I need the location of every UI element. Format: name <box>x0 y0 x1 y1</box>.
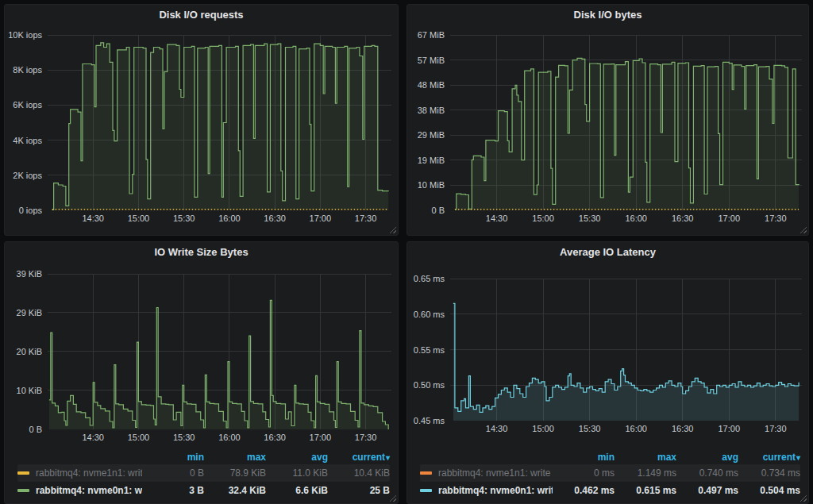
panel-average-io-latency: Average IO Latency 0.45 ms0.50 ms0.55 ms… <box>406 241 809 504</box>
y-axis-tick-label: 29 KiB <box>17 308 42 317</box>
y-axis-tick-label: 29 MiB <box>418 130 445 140</box>
chart-area: 0 iops2K iops4K iops6K iops8K iops10K io… <box>5 24 398 226</box>
series-name[interactable]: rabbitmq4: nvme1n1: write <box>36 467 142 479</box>
x-axis-tick-label: 17:30 <box>765 214 787 223</box>
x-axis-tick-label: 14:30 <box>486 424 508 433</box>
x-axis-tick-label: 16:30 <box>672 424 694 433</box>
legend-sort-max[interactable]: max <box>204 452 266 463</box>
x-axis-tick-label: 15:30 <box>579 214 601 223</box>
legend-sort-current[interactable]: current▾ <box>328 452 390 463</box>
y-axis-tick-label: 57 MiB <box>418 56 445 65</box>
legend-max-value: 0.615 ms <box>615 485 676 496</box>
y-axis-tick-label: 0 B <box>29 425 42 434</box>
panel-title-average-io-latency[interactable]: Average IO Latency <box>407 242 808 261</box>
legend-sort-current-label: current <box>353 452 385 463</box>
series-color-swatch[interactable] <box>17 471 29 475</box>
legend-sort-current[interactable]: current▾ <box>738 452 800 463</box>
x-axis-tick-label: 15:00 <box>128 433 150 442</box>
plot-disk-io-requests[interactable] <box>48 35 391 210</box>
plot-average-io-latency[interactable] <box>450 279 802 421</box>
panel-resize-handle[interactable] <box>389 226 396 233</box>
legend-header: min max avg current▾ <box>420 449 800 464</box>
y-axis-tick-label: 2K iops <box>13 171 42 180</box>
legend-current-value: 25 B <box>328 485 390 496</box>
x-axis-tick-label: 15:00 <box>532 424 554 433</box>
y-axis-tick-label: 0.45 ms <box>414 416 445 425</box>
y-axis-io-write-size-bytes: 0 B10 KiB20 KiB29 KiB39 KiB <box>6 274 48 429</box>
dashboard-grid: Disk I/O requests 0 iops2K iops4K iops6K… <box>0 0 813 504</box>
legend-sort-max[interactable]: max <box>615 452 676 463</box>
panel-resize-handle[interactable] <box>800 494 807 502</box>
series-name[interactable]: rabbitmq4: nvme1n1: write <box>438 467 553 479</box>
legend-sort-avg[interactable]: avg <box>676 452 738 463</box>
legend-max-value: 78.9 KiB <box>204 467 266 479</box>
y-axis-tick-label: 38 MiB <box>418 106 445 115</box>
legend-current-value: 10.4 KiB <box>328 467 390 479</box>
legend-row-nvme0n1: rabbitmq4: nvme0n1: write 3 B 32.4 KiB 6… <box>17 482 390 499</box>
y-axis-disk-io-bytes: 0 B10 MiB19 MiB29 MiB38 MiB48 MiB57 MiB6… <box>409 35 450 210</box>
x-axis-tick-label: 17:00 <box>310 214 332 223</box>
panel-title-disk-io-bytes[interactable]: Disk I/O bytes <box>407 5 808 24</box>
x-axis-tick-label: 15:30 <box>173 214 195 223</box>
x-axis-disk-io-requests: 14:3015:0015:3016:0016:3017:0017:30 <box>48 210 391 226</box>
series-name[interactable]: rabbitmq4: nvme0n1: write <box>438 485 553 496</box>
legend-avg-value: 6.6 KiB <box>266 485 328 496</box>
y-axis-tick-label: 48 MiB <box>418 80 445 90</box>
x-axis-tick-label: 15:00 <box>128 214 150 223</box>
chart-area: 0 B10 MiB19 MiB29 MiB38 MiB48 MiB57 MiB6… <box>407 24 808 226</box>
legend-average-io-latency: min max avg current▾ rabbitmq4: nvme1n1:… <box>407 449 808 503</box>
sort-descending-caret-icon: ▾ <box>386 453 390 462</box>
x-axis-tick-label: 16:00 <box>625 424 647 433</box>
x-axis-average-io-latency: 14:3015:0015:3016:0016:3017:0017:30 <box>450 421 802 437</box>
y-axis-tick-label: 6K iops <box>13 100 42 110</box>
y-axis-tick-label: 10K iops <box>8 30 42 40</box>
legend-sort-min[interactable]: min <box>142 452 204 463</box>
legend-row-nvme0n1: rabbitmq4: nvme0n1: write 0.462 ms 0.615… <box>420 482 800 499</box>
x-axis-tick-label: 14:30 <box>82 214 104 223</box>
y-axis-tick-label: 19 MiB <box>418 156 445 165</box>
panel-title-disk-io-requests[interactable]: Disk I/O requests <box>5 5 398 24</box>
legend-min-value: 0 B <box>142 467 204 479</box>
legend-current-value: 0.734 ms <box>738 467 800 479</box>
legend-avg-value: 0.740 ms <box>676 467 738 479</box>
x-axis-tick-label: 17:30 <box>765 424 787 433</box>
y-axis-tick-label: 0.65 ms <box>414 274 445 283</box>
y-axis-tick-label: 10 MiB <box>418 180 445 190</box>
sort-descending-caret-icon: ▾ <box>796 453 800 462</box>
series-name[interactable]: rabbitmq4: nvme0n1: write <box>36 485 142 496</box>
x-axis-tick-label: 16:00 <box>625 214 647 223</box>
plot-io-write-size-bytes[interactable] <box>48 274 391 429</box>
y-axis-disk-io-requests: 0 iops2K iops4K iops6K iops8K iops10K io… <box>6 35 48 210</box>
legend-avg-value: 0.497 ms <box>676 485 738 496</box>
y-axis-tick-label: 0 B <box>431 206 445 215</box>
x-axis-tick-label: 16:00 <box>218 433 241 442</box>
x-axis-disk-io-bytes: 14:3015:0015:3016:0016:3017:0017:30 <box>450 210 802 226</box>
panel-disk-io-bytes: Disk I/O bytes 0 B10 MiB19 MiB29 MiB38 M… <box>406 4 809 236</box>
y-axis-tick-label: 0 iops <box>19 206 42 215</box>
legend-min-value: 0 ms <box>553 467 615 479</box>
panel-io-write-size-bytes: IO Write Size Bytes 0 B10 KiB20 KiB29 Ki… <box>4 241 399 504</box>
x-axis-tick-label: 15:30 <box>579 424 601 433</box>
legend-sort-min[interactable]: min <box>553 452 615 463</box>
x-axis-tick-label: 17:00 <box>310 433 332 442</box>
x-axis-tick-label: 17:00 <box>719 424 741 433</box>
y-axis-tick-label: 10 KiB <box>17 386 42 395</box>
panel-title-io-write-size-bytes[interactable]: IO Write Size Bytes <box>5 242 398 261</box>
x-axis-tick-label: 15:00 <box>532 214 554 223</box>
panel-disk-io-requests: Disk I/O requests 0 iops2K iops4K iops6K… <box>4 4 399 236</box>
plot-disk-io-bytes[interactable] <box>450 35 802 210</box>
legend-sort-avg[interactable]: avg <box>266 452 328 463</box>
chart-area: 0.45 ms0.50 ms0.55 ms0.60 ms0.65 ms 14:3… <box>407 261 808 437</box>
x-axis-tick-label: 16:00 <box>218 214 241 223</box>
series-color-swatch[interactable] <box>17 489 29 492</box>
y-axis-tick-label: 67 MiB <box>418 30 445 40</box>
series-color-swatch[interactable] <box>420 471 432 475</box>
legend-max-value: 1.149 ms <box>615 467 676 479</box>
chart-area: 0 B10 KiB20 KiB29 KiB39 KiB 14:3015:0015… <box>5 261 398 445</box>
panel-resize-handle[interactable] <box>800 226 807 233</box>
x-axis-tick-label: 17:00 <box>719 214 741 223</box>
y-axis-tick-label: 8K iops <box>13 65 42 75</box>
y-axis-tick-label: 0.60 ms <box>414 310 445 319</box>
panel-resize-handle[interactable] <box>389 494 396 502</box>
series-color-swatch[interactable] <box>420 489 432 492</box>
